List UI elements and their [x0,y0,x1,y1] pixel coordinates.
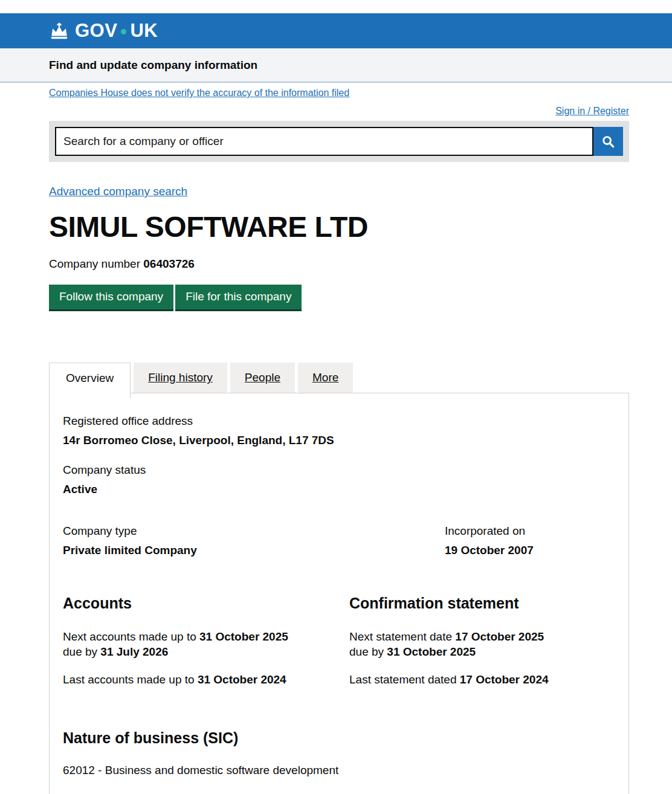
confirmation-last: Last statement dated 17 October 2024 [349,672,549,687]
registered-office-value: 14r Borromeo Close, Liverpool, England, … [63,434,615,447]
sic-heading: Nature of business (SIC) [63,729,615,747]
incorporated-value: 19 October 2007 [445,544,534,557]
govuk-logo[interactable]: GOVUK [49,20,158,42]
tab-more-link[interactable]: More [312,371,338,384]
company-tabs: Overview Filing history People More [49,363,629,393]
advanced-company-search-link[interactable]: Advanced company search [49,185,187,198]
logo-text: GOVUK [75,20,158,42]
registered-office-label: Registered office address [63,415,615,428]
tab-filing-history-link[interactable]: Filing history [148,371,213,384]
company-number: Company number 06403726 [49,257,629,271]
search-button[interactable] [593,127,623,156]
incorporated-label: Incorporated on [445,524,534,538]
company-number-value: 06403726 [143,257,195,270]
tab-more[interactable]: More [298,363,353,393]
crown-icon [49,22,69,40]
sic-code: 62012 - Business and domestic software d… [63,764,615,777]
registered-office-field: Registered office address 14r Borromeo C… [63,415,615,447]
follow-company-button[interactable]: Follow this company [49,285,173,309]
logo-dot [121,29,126,34]
file-for-company-button[interactable]: File for this company [175,285,302,309]
company-search-bar [49,121,629,162]
govuk-header: GOVUK [0,13,672,48]
company-type-label: Company type [63,524,445,538]
search-icon [601,135,615,149]
tab-people[interactable]: People [230,363,295,393]
search-input[interactable] [55,127,593,156]
company-type-field: Company type Private limited Company [63,524,445,557]
tab-people-link[interactable]: People [245,371,280,384]
service-name[interactable]: Find and update company information [49,59,257,72]
tab-filing-history[interactable]: Filing history [134,363,227,393]
incorporated-field: Incorporated on 19 October 2007 [445,524,534,557]
tab-overview[interactable]: Overview [49,363,131,398]
overview-panel: Registered office address 14r Borromeo C… [49,393,629,794]
company-status-label: Company status [63,463,615,477]
service-name-bar: Find and update company information [0,48,672,83]
top-margin [0,0,672,13]
company-name-heading: SIMUL SOFTWARE LTD [49,212,629,242]
disclaimer-link[interactable]: Companies House does not verify the accu… [49,88,349,98]
confirmation-statement-section: Confirmation statement Next statement da… [349,595,549,687]
company-type-value: Private limited Company [63,544,445,557]
sign-in-register-link[interactable]: Sign in / Register [555,106,629,116]
company-status-field: Company status Active [63,463,615,496]
accounts-heading: Accounts [63,595,349,612]
company-number-label: Company number [49,257,143,270]
company-status-value: Active [63,483,615,496]
sic-section: Nature of business (SIC) 62012 - Busines… [63,729,615,777]
accounts-section: Accounts Next accounts made up to 31 Oct… [63,595,349,687]
confirmation-heading: Confirmation statement [349,595,549,612]
accounts-last: Last accounts made up to 31 October 2024 [63,672,349,687]
confirmation-next: Next statement date 17 October 2025 due … [349,629,549,659]
accounts-next: Next accounts made up to 31 October 2025… [63,629,349,659]
